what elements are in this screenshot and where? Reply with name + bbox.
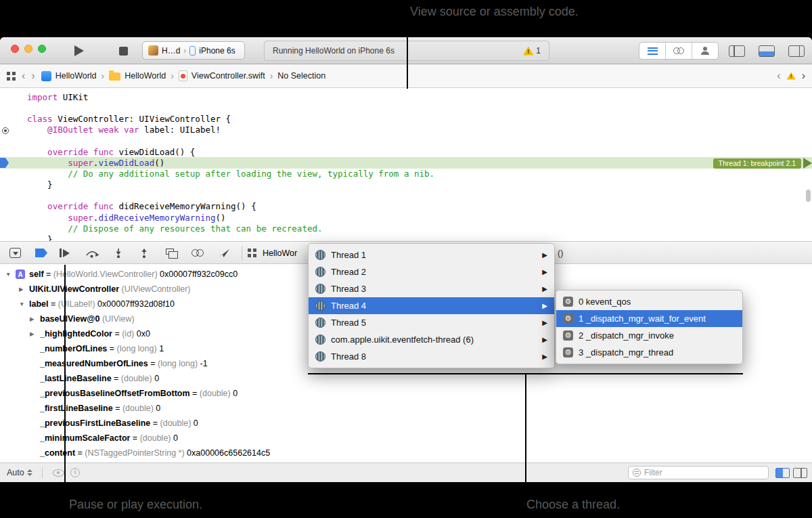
code-token: // Do any additional setup after loading… <box>27 169 434 179</box>
submenu-arrow-icon: ▶ <box>542 302 547 309</box>
code-line[interactable]: override func didReceiveMemoryWarning() … <box>27 201 434 212</box>
stop-button[interactable] <box>119 47 128 56</box>
breadcrumb-item[interactable]: HelloWorld <box>109 71 166 81</box>
jump-bar-method-tail[interactable]: () <box>558 242 563 265</box>
toggle-debug-area-button[interactable] <box>759 45 775 57</box>
variable-type: (long long) <box>117 344 157 353</box>
toggle-console-button[interactable] <box>793 468 807 478</box>
variable-name: _previousFirstLineBaseline <box>40 418 150 428</box>
hide-debug-area-button[interactable] <box>9 248 21 258</box>
breadcrumb-item[interactable]: HelloWorld <box>41 71 97 81</box>
version-editor-button[interactable] <box>692 43 718 59</box>
toggle-navigator-button[interactable] <box>729 45 745 57</box>
thread-menu-item[interactable]: Thread 4▶ <box>309 297 554 314</box>
equals-sign: = <box>130 433 139 443</box>
stack-frame-menu-item[interactable]: 2 _dispatch_mgr_invoke <box>556 327 742 344</box>
jump-bar: ‹ › HelloWorld›HelloWorld›ViewController… <box>0 64 812 88</box>
breakpoints-toggle-button[interactable] <box>35 249 47 257</box>
debug-view-hierarchy-button[interactable] <box>166 249 174 255</box>
editor-mode-segmented-control <box>639 42 719 60</box>
step-into-button[interactable] <box>113 248 124 258</box>
menu-item-label: com.apple.uikit.eventfetch-thread (6) <box>331 334 537 345</box>
filter-field[interactable] <box>628 466 769 479</box>
simulate-location-button[interactable] <box>218 249 230 258</box>
breakpoint-badge: Thread 1: breakpoint 2.1 <box>713 158 801 169</box>
thread-menu-item[interactable]: Thread 8▶ <box>309 348 554 365</box>
go-forward-button[interactable]: › <box>31 70 35 81</box>
toggle-inspector-button[interactable] <box>788 45 805 57</box>
thread-menu-item[interactable]: Thread 1▶ <box>309 246 554 263</box>
memory-graph-button[interactable] <box>191 249 204 257</box>
code-token: viewDidLoad() { <box>114 147 195 157</box>
code-line[interactable]: super.viewDidLoad() <box>27 158 434 169</box>
thread-menu-item[interactable]: Thread 5▶ <box>309 314 554 331</box>
chevron-separator-icon: › <box>270 70 273 81</box>
code-line[interactable]: import UIKit <box>27 92 434 103</box>
disclosure-triangle-icon[interactable]: ▶ <box>19 286 29 293</box>
warning-icon[interactable] <box>787 72 796 80</box>
gear-icon <box>563 330 573 341</box>
code-line[interactable] <box>27 103 434 114</box>
variable-row[interactable]: _minimumScaleFactor = (double) 0 <box>0 431 812 446</box>
warning-icon <box>523 47 533 56</box>
disclosure-triangle-icon[interactable]: ▼ <box>5 271 16 278</box>
scheme-selector[interactable]: H…d › iPhone 6s <box>142 41 245 60</box>
breadcrumb-item[interactable]: ViewController.swift <box>179 70 265 81</box>
submenu-arrow-icon: ▶ <box>542 319 547 326</box>
code-line[interactable] <box>27 190 434 201</box>
zoom-window-button[interactable] <box>38 45 46 53</box>
iboutlet-connection-icon[interactable] <box>2 127 9 134</box>
close-window-button[interactable] <box>11 45 19 53</box>
variable-type: (double) <box>160 418 191 428</box>
code-line[interactable]: class ViewController: UIViewController { <box>27 114 434 125</box>
issues-badge[interactable]: 1 <box>523 46 541 56</box>
minimize-window-button[interactable] <box>24 45 32 53</box>
variable-row[interactable]: _previousBaselineOffsetFromBottom = (dou… <box>0 386 812 401</box>
variables-scope-popup[interactable]: Auto <box>7 463 32 482</box>
run-button[interactable] <box>74 45 84 56</box>
stack-frame-menu-item[interactable]: 1 _dispatch_mgr_wait_for_event <box>556 310 742 327</box>
code-line[interactable]: @IBOutlet weak var label: UILabel! <box>27 125 434 135</box>
assistant-editor-button[interactable] <box>665 43 692 59</box>
code-line[interactable] <box>27 136 434 147</box>
thread-menu-item[interactable]: Thread 3▶ <box>309 280 554 297</box>
related-items-icon[interactable] <box>7 72 16 81</box>
code-line[interactable]: // Do any additional setup after loading… <box>27 169 434 179</box>
variable-row[interactable]: _content = (NSTaggedPointerString *) 0xa… <box>0 446 812 460</box>
standard-editor-button[interactable] <box>639 43 665 59</box>
process-jump-bar[interactable]: HelloWor <box>263 242 297 265</box>
menu-item-label: Thread 5 <box>331 318 537 328</box>
code-line[interactable]: // Dispose of any resources that can be … <box>27 223 434 234</box>
print-description-icon[interactable]: i <box>70 468 80 477</box>
stack-frame-menu-item[interactable]: 3 _dispatch_mgr_thread <box>556 344 742 361</box>
stack-frame-menu-item[interactable]: 0 kevent_qos <box>556 293 742 310</box>
code-line[interactable]: } <box>27 179 434 190</box>
disclosure-triangle-icon[interactable]: ▼ <box>19 301 29 307</box>
disclosure-triangle-icon[interactable]: ▶ <box>30 330 40 337</box>
variable-row[interactable]: _previousFirstLineBaseline = (double) 0 <box>0 416 812 431</box>
variable-row[interactable]: _firstLineBaseline = (double) 0 <box>0 401 812 416</box>
code-editor[interactable]: import UIKit class ViewController: UIVie… <box>27 92 434 241</box>
code-line[interactable]: } <box>27 234 434 241</box>
code-line[interactable]: override func viewDidLoad() { <box>27 147 434 158</box>
step-over-button[interactable] <box>85 248 99 258</box>
previous-issue-button[interactable]: ‹ <box>777 70 780 81</box>
step-out-button[interactable] <box>139 248 150 258</box>
quick-look-icon[interactable] <box>53 469 64 477</box>
go-back-button[interactable]: ‹ <box>22 70 25 81</box>
code-line[interactable]: super.didReceiveMemoryWarning() <box>27 213 434 223</box>
variable-value: 0x00007ff932d08f10 <box>95 299 175 309</box>
filter-input[interactable] <box>644 468 764 477</box>
code-token: weak <box>98 125 118 135</box>
breadcrumb-item[interactable]: No Selection <box>277 71 325 81</box>
scrollbar-thumb[interactable] <box>806 190 811 202</box>
menu-item-label: 1 _dispatch_mgr_wait_for_event <box>579 314 736 324</box>
disclosure-triangle-icon[interactable]: ▶ <box>30 316 40 322</box>
code-token: UIKit <box>58 92 88 102</box>
next-issue-button[interactable]: › <box>802 70 805 81</box>
thread-menu-item[interactable]: com.apple.uikit.eventfetch-thread (6)▶ <box>309 331 554 348</box>
code-token: label: UILabel! <box>139 125 221 135</box>
continue-pause-button[interactable] <box>60 249 70 257</box>
toggle-variables-view-button[interactable] <box>775 468 790 478</box>
thread-menu-item[interactable]: Thread 2▶ <box>309 263 554 280</box>
